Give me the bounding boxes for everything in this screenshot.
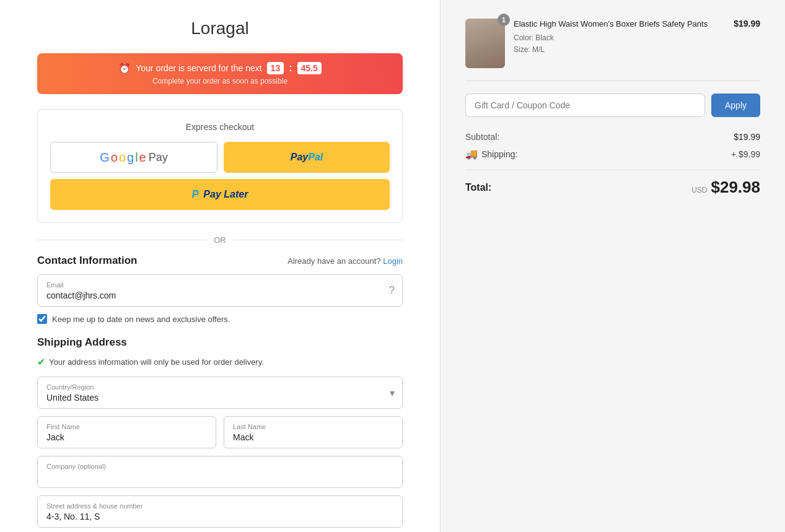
or-divider: OR [37, 235, 403, 245]
gpay-logo: Google Pay [100, 150, 168, 165]
privacy-note: ✔ Your address information will only be … [37, 356, 403, 368]
country-field: Country/Region United States ▾ [37, 377, 403, 409]
express-row-1: Google Pay PayPal [50, 142, 390, 173]
timer-banner: ⏰ Your order is serverd for the next 13 … [37, 53, 403, 94]
street-input[interactable] [46, 512, 393, 521]
email-label: Email [46, 281, 393, 289]
country-select[interactable]: United States [46, 393, 393, 403]
product-image [465, 19, 505, 68]
subtotal-row: Subtotal: $19.99 [465, 132, 760, 142]
shipping-title: Shipping Address [37, 336, 127, 349]
product-color: Color: Black [514, 32, 725, 44]
login-prompt: Already have an account? Login [287, 256, 403, 266]
express-buttons: Google Pay PayPal P Pay Later [50, 142, 390, 210]
product-image-wrap: 1 [465, 19, 505, 68]
product-price: $19.99 [734, 19, 760, 28]
timer-minutes: 13 [267, 62, 284, 74]
contact-section-header: Contact Information Already have an acco… [37, 255, 403, 267]
newsletter-label: Keep me up to date on news and exclusive… [52, 315, 230, 324]
name-row: First Name Last Name [37, 416, 403, 456]
shipping-summary-row: 🚚 Shipping: + $9.99 [465, 148, 760, 160]
subtotal-value: $19.99 [734, 132, 760, 142]
total-amount: $29.98 [711, 178, 760, 197]
paypal-logo: PayPal [291, 152, 323, 163]
product-item: 1 Elastic High Waist Women's Boxer Brief… [465, 19, 760, 81]
express-checkout: Express checkout Google Pay PayPal [37, 109, 403, 223]
total-value-wrap: USD $29.98 [691, 178, 760, 197]
total-currency: USD [691, 186, 707, 194]
company-label: Company (optional) [46, 463, 393, 470]
shipping-summary-label: 🚚 Shipping: [465, 148, 517, 160]
coupon-input[interactable] [465, 94, 705, 117]
shipping-section: Shipping Address ✔ Your address informat… [37, 336, 403, 528]
last-name-input[interactable] [233, 432, 393, 442]
privacy-note-text: Your address information will only be us… [49, 357, 264, 367]
last-name-field: Last Name [224, 416, 403, 448]
email-field: Email ? [37, 274, 403, 307]
subtotal-label: Subtotal: [465, 132, 499, 142]
product-size: Size: M/L [514, 44, 725, 56]
first-name-field: First Name [37, 416, 216, 448]
or-line-left [37, 240, 208, 240]
or-text: OR [214, 235, 226, 245]
help-icon: ? [389, 285, 395, 296]
paylater-label: Pay Later [203, 189, 248, 200]
country-label: Country/Region [46, 383, 393, 391]
login-link[interactable]: Login [383, 256, 403, 266]
first-name-label: First Name [46, 423, 207, 430]
product-badge: 1 [498, 14, 510, 26]
total-label: Total: [465, 182, 491, 193]
street-field: Street address & house number [37, 495, 403, 528]
email-input[interactable] [46, 290, 393, 300]
newsletter-row: Keep me up to date on news and exclusive… [37, 314, 403, 324]
express-title: Express checkout [50, 122, 390, 132]
street-label: Street address & house number [46, 502, 393, 510]
product-name: Elastic High Waist Women's Boxer Briefs … [514, 19, 725, 30]
truck-icon: 🚚 [465, 148, 478, 160]
coupon-row: Apply [465, 94, 760, 117]
or-line-right [232, 240, 403, 240]
first-name-input[interactable] [46, 432, 207, 442]
right-panel: 1 Elastic High Waist Women's Boxer Brief… [440, 0, 785, 532]
timer-seconds: 45.5 [297, 62, 322, 74]
timer-message: Your order is serverd for the next [136, 63, 261, 73]
timer-sub-message: Complete your order as soon as possible [152, 77, 287, 85]
store-title: Loragal [37, 19, 403, 38]
shield-icon: ✔ [37, 356, 45, 368]
paylater-button[interactable]: P Pay Later [50, 179, 390, 210]
shipping-label-text: Shipping: [481, 149, 517, 159]
left-panel: Loragal ⏰ Your order is serverd for the … [0, 0, 440, 532]
paypal-button[interactable]: PayPal [224, 142, 390, 173]
paylater-logo: P [192, 189, 199, 200]
gpay-button[interactable]: Google Pay [50, 142, 217, 173]
total-row: Total: USD $29.98 [465, 170, 760, 197]
timer-colon: : [289, 63, 292, 74]
product-info: Elastic High Waist Women's Boxer Briefs … [514, 19, 725, 56]
timer-icon: ⏰ [118, 63, 131, 74]
shipping-value: + $9.99 [731, 149, 760, 159]
contact-title: Contact Information [37, 255, 138, 267]
company-field: Company (optional) [37, 456, 403, 488]
last-name-label: Last Name [233, 423, 393, 430]
apply-button[interactable]: Apply [711, 94, 760, 117]
already-account-text: Already have an account? [287, 256, 380, 266]
newsletter-checkbox[interactable] [37, 314, 47, 324]
shipping-section-header: Shipping Address [37, 336, 403, 349]
product-img-inner [465, 19, 505, 68]
company-input[interactable] [46, 472, 393, 482]
